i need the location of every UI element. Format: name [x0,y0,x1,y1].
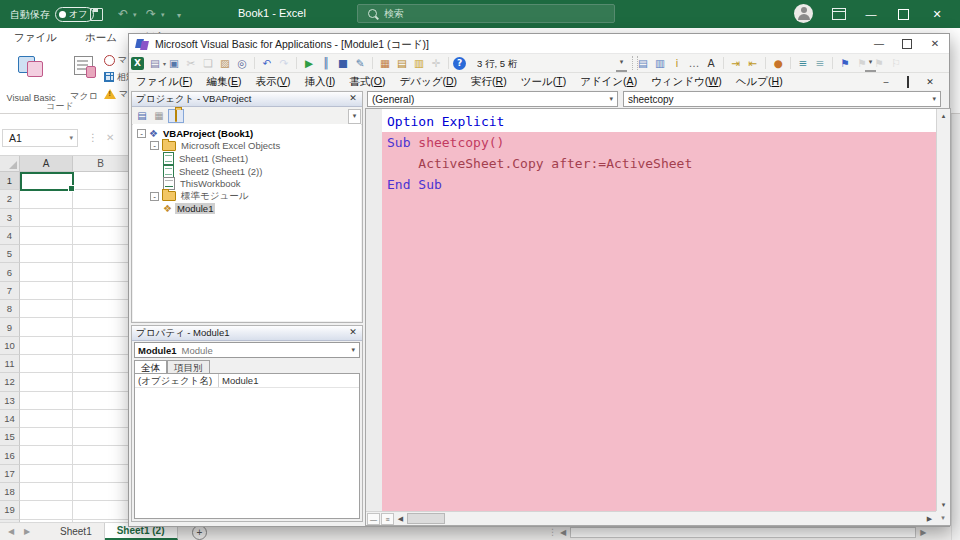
tree-item-Sheet2--Sheet1--2--[interactable]: Sheet2 (Sheet1 (2)) [133,165,361,178]
worksheet-grid[interactable]: AB1234567891011121314151617181920 [0,156,129,522]
tree-item--------[interactable]: -標準モジュール [133,190,361,203]
cell-B7[interactable] [73,282,129,300]
cell-A7[interactable] [20,282,73,300]
vba-maximize-button[interactable] [893,34,921,53]
cell-B16[interactable] [73,446,129,464]
complete-word-icon[interactable]: A [703,56,719,71]
cell-B19[interactable] [73,501,129,519]
excel-hscrollbar[interactable]: ◀ ▶ [560,526,952,538]
menu-e[interactable]: 編集(E) [199,75,248,89]
cell-selection-a1[interactable] [20,172,74,191]
save-icon[interactable]: ▣ [166,56,182,71]
procedure-view-icon[interactable]: — [367,513,380,525]
cell-A13[interactable] [20,392,73,410]
menu-d[interactable]: デバッグ(D) [393,75,465,89]
properties-tab-項目別[interactable]: 項目別 [167,360,210,374]
tree-item-ThisWorkbook[interactable]: ThisWorkbook [133,177,361,190]
toggle-folders-icon[interactable] [168,109,184,123]
cell-B14[interactable] [73,410,129,428]
full-module-view-icon[interactable]: ≡ [381,513,394,525]
toolbox-icon[interactable]: ✛ [428,56,444,71]
view-code-icon[interactable]: ▤ [134,109,150,123]
cell-B15[interactable] [73,428,129,446]
properties-object-select[interactable]: Module1 Module ▾ [134,342,360,358]
quick-info-icon[interactable]: i [669,56,685,71]
undo-caret-icon[interactable]: ▾ [133,11,137,19]
cell-B12[interactable] [73,373,129,391]
insert-userform-icon[interactable]: ▤ [147,56,163,71]
row-header-15[interactable]: 15 [0,428,20,446]
cell-B8[interactable] [73,300,129,318]
project-scroll-icon[interactable]: ▾ [348,109,361,124]
cell-B6[interactable] [73,263,129,281]
cut-icon[interactable]: ✂ [183,56,199,71]
object-dropdown[interactable]: (General) ▾ [367,91,618,107]
undo-icon[interactable]: ↶ [118,7,128,21]
cell-A3[interactable] [20,209,73,227]
formula-cancel-icon[interactable]: ✕ [106,132,114,143]
design-mode-icon[interactable]: ✎ [352,56,368,71]
find-icon[interactable]: ◎ [234,56,250,71]
row-header-18[interactable]: 18 [0,483,20,501]
parameter-info-icon[interactable]: … [686,56,702,71]
property-row[interactable]: (オブジェクト名)Module1 [135,374,359,388]
cell-A4[interactable] [20,227,73,245]
indent-icon[interactable]: ⇥ [728,56,744,71]
vscroll-up-icon[interactable]: ▴ [937,109,950,122]
procedure-dropdown[interactable]: sheetcopy ▾ [623,91,941,107]
cell-B1[interactable] [73,172,129,190]
resize-grip[interactable]: ▾ [936,511,950,525]
search-input[interactable]: 検索 [357,4,615,23]
hscroll-thumb[interactable] [570,527,916,538]
row-header-4[interactable]: 4 [0,227,20,245]
row-header-10[interactable]: 10 [0,337,20,355]
mdi-minimize-button[interactable]: – [875,77,897,87]
vba-minimize-button[interactable]: — [865,34,893,53]
mdi-restore-button[interactable] [897,77,919,87]
hscroll-left-icon[interactable]: ◀ [560,528,566,537]
code-canvas[interactable]: Option ExplicitSub sheetcopy() ActiveShe… [382,109,936,511]
macros-button[interactable]: マクロ [62,50,106,106]
uncomment-block-icon[interactable]: ≡ [812,56,828,71]
properties-window-icon[interactable]: ▤ [394,56,410,71]
cell-A14[interactable] [20,410,73,428]
ribbon-tab-2[interactable]: ホーム [71,31,131,45]
cell-B13[interactable] [73,392,129,410]
code-line-1[interactable]: Option Explicit [387,111,936,132]
tree-expander-icon[interactable]: - [137,129,146,138]
visual-basic-button[interactable]: Visual Basic [2,50,60,106]
row-header-19[interactable]: 19 [0,501,20,519]
hscroll-left-icon[interactable]: ◀ [394,515,407,523]
autosave-pill[interactable]: オフ [55,7,94,22]
row-header-6[interactable]: 6 [0,263,20,281]
sheet-tab-Sheet1[interactable]: Sheet1 [48,523,105,540]
properties-panel-header[interactable]: プロパティ - Module1 ✕ [132,326,362,341]
fill-handle[interactable] [68,185,75,192]
excel-maximize-button[interactable] [888,0,918,28]
code-hscrollbar[interactable]: — ≡ ◀ ▶ [366,511,936,525]
menu-w[interactable]: ウィンドウ(W) [644,75,729,89]
toolbar-options-icon[interactable]: ▾ [616,56,627,72]
cell-A5[interactable] [20,245,73,263]
undo-icon[interactable]: ↶ [259,56,275,71]
project-panel-close-icon[interactable]: ✕ [347,93,359,103]
row-header-7[interactable]: 7 [0,282,20,300]
account-avatar[interactable] [794,4,813,23]
cell-A18[interactable] [20,483,73,501]
tree-expander-icon[interactable]: - [150,192,159,201]
help-icon[interactable]: ? [453,57,466,70]
select-all-corner[interactable] [0,156,20,172]
row-header-16[interactable]: 16 [0,446,20,464]
redo-icon[interactable]: ↷ [146,7,156,21]
row-header-3[interactable]: 3 [0,209,20,227]
tab-scroll-splitter[interactable]: ⋮ [548,527,557,537]
cell-B11[interactable] [73,355,129,373]
menu-a[interactable]: アドイン(A) [573,75,644,89]
cell-A9[interactable] [20,318,73,336]
row-header-5[interactable]: 5 [0,245,20,263]
redo-caret-icon[interactable]: ▾ [161,11,165,19]
tree-item-Microsoft-Excel-Objects[interactable]: -Microsoft Excel Objects [133,140,361,153]
code-vscrollbar[interactable]: ▴ ▾ [936,109,950,511]
run-icon[interactable]: ▶ [301,56,317,71]
mdi-close-button[interactable]: ✕ [919,77,941,87]
